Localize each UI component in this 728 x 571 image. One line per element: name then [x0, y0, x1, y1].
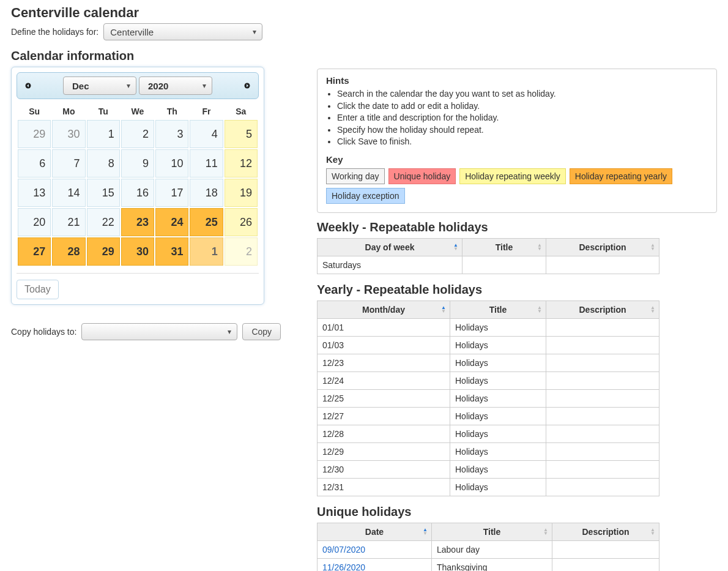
hints-box: Hints Search in the calendar the day you…: [317, 69, 717, 213]
calendar-day-cell[interactable]: 18: [190, 179, 223, 207]
unique-date-link[interactable]: 11/26/2020: [322, 562, 365, 571]
calendar-grid: SuMoTuWeThFrSa 2930123456789101112131415…: [17, 103, 259, 267]
yearly-cell-title: Holidays: [450, 354, 546, 371]
unique-cell-desc: [552, 558, 659, 571]
calendar-day-cell[interactable]: 27: [18, 237, 51, 266]
table-row[interactable]: Saturdays: [318, 256, 659, 274]
calendar-day-cell[interactable]: 24: [155, 208, 188, 236]
calendar-day-cell[interactable]: 5: [225, 120, 258, 148]
calendar-day-cell[interactable]: 12: [225, 149, 258, 177]
unique-title: Unique holidays: [317, 505, 717, 519]
calendar-day-cell[interactable]: 8: [87, 149, 120, 177]
table-row[interactable]: 12/31Holidays: [318, 478, 659, 496]
calendar-day-cell[interactable]: 1: [87, 120, 120, 148]
calendar-day-cell[interactable]: 11: [190, 149, 223, 177]
calendar-day-cell[interactable]: 6: [18, 149, 51, 177]
table-row[interactable]: 09/07/2020Labour day: [318, 540, 659, 558]
calendar-day-cell[interactable]: 13: [18, 179, 51, 207]
calendar-day-cell[interactable]: 7: [52, 149, 85, 177]
calendar-day-cell[interactable]: 14: [52, 179, 85, 207]
key-yearly-holiday: Holiday repeating yearly: [570, 168, 672, 184]
table-row[interactable]: 01/01Holidays: [318, 318, 659, 336]
table-row[interactable]: 12/27Holidays: [318, 407, 659, 425]
calendar-day-cell[interactable]: 16: [121, 179, 154, 207]
calendar-day-cell[interactable]: 29: [87, 237, 120, 266]
calendar-day-cell[interactable]: 22: [87, 208, 120, 236]
weekly-col-title[interactable]: Title ▲▼: [462, 238, 546, 256]
calendar-day-cell[interactable]: 1: [190, 237, 223, 266]
calendar-day-cell[interactable]: 28: [52, 237, 85, 266]
yearly-cell-title: Holidays: [450, 389, 546, 407]
calendar-year-select[interactable]: 2020: [139, 77, 212, 95]
weekly-col-desc[interactable]: Description ▲▼: [546, 238, 659, 256]
calendar-today-button[interactable]: Today: [17, 280, 59, 299]
copy-to-select[interactable]: [81, 323, 237, 340]
unique-date-link[interactable]: 09/07/2020: [322, 545, 365, 554]
calendar-day-cell[interactable]: 20: [18, 208, 51, 236]
yearly-cell-desc: [546, 318, 659, 336]
weekly-cell-desc: [546, 256, 659, 274]
yearly-cell-desc: [546, 354, 659, 371]
yearly-col-desc[interactable]: Description ▲▼: [546, 300, 659, 318]
table-row[interactable]: 12/24Holidays: [318, 371, 659, 389]
yearly-col-title[interactable]: Title ▲▼: [450, 300, 546, 318]
table-row[interactable]: 01/03Holidays: [318, 336, 659, 354]
calendar-day-cell[interactable]: 17: [155, 179, 188, 207]
key-title: Key: [326, 154, 708, 165]
calendar-day-cell[interactable]: 4: [190, 120, 223, 148]
copy-to-label: Copy holidays to:: [11, 327, 76, 337]
copy-button[interactable]: Copy: [242, 323, 281, 340]
table-row[interactable]: 12/25Holidays: [318, 389, 659, 407]
yearly-cell-md: 12/28: [318, 425, 450, 442]
calendar-day-cell[interactable]: 30: [52, 120, 85, 148]
calendar-day-cell[interactable]: 25: [190, 208, 223, 236]
chevron-left-icon: [25, 83, 31, 89]
yearly-cell-title: Holidays: [450, 407, 546, 425]
calendar-day-cell[interactable]: 31: [155, 237, 188, 266]
unique-col-title[interactable]: Title ▲▼: [432, 523, 552, 540]
hints-item: Click Save to finish.: [337, 136, 708, 148]
yearly-cell-desc: [546, 442, 659, 460]
calendar-next-button[interactable]: [241, 80, 253, 92]
define-for-label: Define the holidays for:: [11, 27, 98, 37]
yearly-cell-desc: [546, 425, 659, 442]
calendar-day-cell[interactable]: 26: [225, 208, 258, 236]
unique-cell-date: 11/26/2020: [318, 558, 432, 571]
yearly-cell-desc: [546, 478, 659, 496]
yearly-cell-desc: [546, 460, 659, 478]
table-row[interactable]: 12/29Holidays: [318, 442, 659, 460]
yearly-cell-title: Holidays: [450, 460, 546, 478]
key-weekly-holiday: Holiday repeating weekly: [459, 168, 566, 184]
calendar-day-cell[interactable]: 2: [121, 120, 154, 148]
calendar-day-cell[interactable]: 3: [155, 120, 188, 148]
calendar-day-cell[interactable]: 30: [121, 237, 154, 266]
calendar-day-cell[interactable]: 10: [155, 149, 188, 177]
weekly-col-dow[interactable]: Day of week ▲▼: [318, 238, 462, 256]
table-row[interactable]: 11/26/2020Thanksgiving: [318, 558, 659, 571]
calendar-day-cell[interactable]: 21: [52, 208, 85, 236]
table-row[interactable]: 12/30Holidays: [318, 460, 659, 478]
calendar-day-cell[interactable]: 9: [121, 149, 154, 177]
unique-col-date[interactable]: Date ▲▼: [318, 523, 432, 540]
calendar-day-cell[interactable]: 23: [121, 208, 154, 236]
yearly-col-md[interactable]: Month/day ▲▼: [318, 300, 450, 318]
calendar-prev-button[interactable]: [22, 80, 34, 92]
calendar-weekday-header: Sa: [225, 104, 258, 119]
yearly-cell-title: Holidays: [450, 425, 546, 442]
calendar-weekday-header: Fr: [190, 104, 223, 119]
calendar-day-cell[interactable]: 15: [87, 179, 120, 207]
calendar-day-cell[interactable]: 29: [18, 120, 51, 148]
yearly-cell-desc: [546, 407, 659, 425]
define-for-select[interactable]: Centerville: [103, 23, 262, 40]
table-row[interactable]: 12/28Holidays: [318, 425, 659, 442]
table-row[interactable]: 12/23Holidays: [318, 354, 659, 371]
calendar-day-cell[interactable]: 19: [225, 179, 258, 207]
calendar-weekday-header: Tu: [87, 104, 120, 119]
unique-col-desc[interactable]: Description ▲▼: [552, 523, 659, 540]
key-unique-holiday: Unique holiday: [388, 168, 456, 184]
weekly-title: Weekly - Repeatable holidays: [317, 220, 717, 234]
hints-item: Specify how the holiday should repeat.: [337, 124, 708, 136]
yearly-cell-md: 12/30: [318, 460, 450, 478]
calendar-month-select[interactable]: Dec: [63, 77, 136, 95]
calendar-day-cell[interactable]: 2: [225, 237, 258, 266]
